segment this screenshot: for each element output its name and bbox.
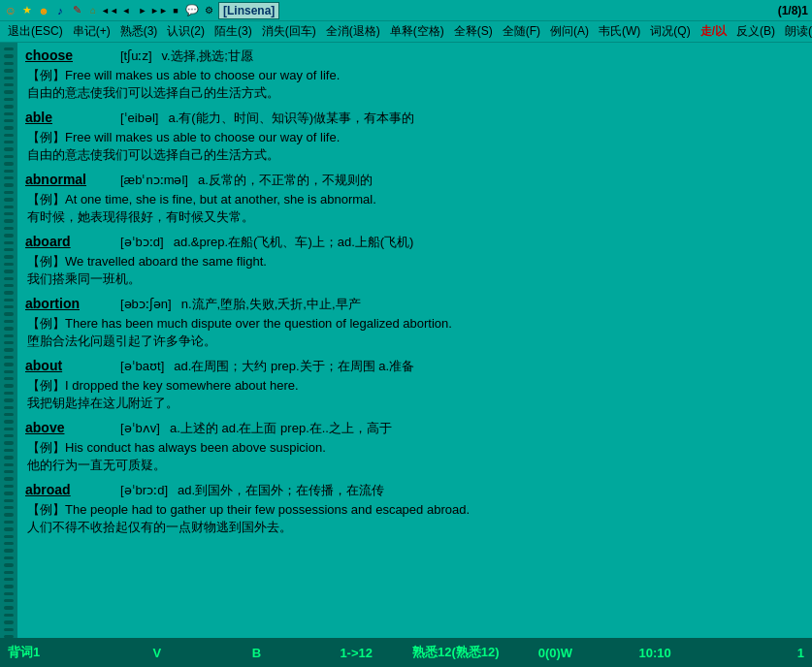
spine-mark [4, 363, 14, 365]
spine-mark [4, 227, 14, 230]
spine-mark [4, 420, 14, 423]
menu-serial[interactable]: 串记(+) [69, 22, 114, 41]
spine-mark [4, 470, 14, 473]
spine-mark [4, 98, 14, 101]
word-term-abnormal[interactable]: abnormal [25, 172, 113, 187]
word-example-abnormal-zh: 有时候，她表现得很好，有时候又失常。 [27, 208, 804, 226]
word-term-aboard[interactable]: aboard [25, 234, 113, 249]
spine-mark [4, 320, 14, 323]
spine-mark [4, 263, 14, 266]
spine-mark [4, 628, 14, 631]
main-content: choose [tʃuːz] v.选择,挑选;甘愿 【例】Free will m… [0, 43, 812, 638]
spine-mark [4, 492, 14, 494]
spine-mark [4, 356, 14, 359]
status-page: 1 [704, 646, 804, 660]
status-v: V [108, 646, 208, 660]
spine-mark [4, 255, 14, 258]
word-term-about[interactable]: about [25, 358, 113, 373]
icon-play-prev[interactable]: ◄◄ [103, 4, 116, 17]
menu-single-explain[interactable]: 单释(空格) [386, 22, 448, 41]
spine-mark [4, 248, 14, 251]
spine-mark [4, 563, 14, 566]
menu-clear-all[interactable]: 全消(退格) [322, 22, 384, 41]
word-header-above: above [əˈbʌv] a.上述的 ad.在上面 prep.在..之上，高于 [25, 420, 804, 437]
word-def-above: a.上述的 ad.在上面 prep.在..之上，高于 [170, 420, 392, 437]
word-def-abnormal: a.反常的，不正常的，不规则的 [198, 172, 373, 189]
word-term-above[interactable]: above [25, 420, 113, 435]
menu-exit[interactable]: 退出(ESC) [4, 22, 67, 41]
icon-star: ★ [20, 4, 34, 17]
word-example-aboard-zh: 我们搭乘同一班机。 [27, 270, 804, 288]
word-example-above-zh: 他的行为一直无可质疑。 [27, 457, 804, 474]
status-b: B [207, 646, 307, 660]
word-entry-abortion: abortion [əbɔːʃən] n.流产,堕胎,失败,夭折,中止,早产 【… [25, 296, 804, 350]
word-header-choose: choose [tʃuːz] v.选择,挑选;甘愿 [25, 48, 804, 65]
icon-smiley: ☺ [4, 4, 17, 17]
spine-mark [4, 62, 14, 65]
spine-mark [4, 291, 14, 294]
word-term-able[interactable]: able [25, 110, 113, 125]
word-list: choose [tʃuːz] v.选择,挑选;甘愿 【例】Free will m… [17, 43, 812, 638]
word-phonetic-able: [ˈeibəl] [120, 111, 158, 125]
menu-antonym[interactable]: 反义(B) [732, 22, 779, 41]
spine-mark [4, 413, 14, 416]
menu-disappear[interactable]: 消失(回车) [258, 22, 320, 41]
spine-mark [4, 592, 14, 595]
word-entry-abroad: abroad [əˈbrɔːd] ad.到国外，在国外；在传播，在流传 【例】T… [25, 482, 804, 536]
icon-play[interactable]: ► [136, 4, 149, 17]
menu-familiar[interactable]: 熟悉(3) [116, 22, 162, 41]
spine-mark [4, 170, 14, 173]
word-example-about-zh: 我把钥匙掉在这儿附近了。 [27, 395, 804, 412]
spine-mark [4, 83, 14, 86]
word-example-abortion-en: 【例】There has been much dispute over the … [27, 315, 804, 333]
left-spine [0, 43, 17, 638]
word-example-aboard-en: 【例】We travelled aboard the same flight. [27, 253, 804, 270]
word-example-abroad-en: 【例】The people had to gather up their few… [27, 501, 804, 519]
spine-mark [4, 126, 14, 129]
word-example-abnormal-en: 【例】At one time, she is fine, but at anot… [27, 191, 804, 208]
page-indicator: (1/8)1 [778, 4, 808, 17]
status-familiar: 熟悉12(熟悉12) [406, 644, 506, 661]
spine-mark [4, 521, 14, 524]
menu-read-aloud[interactable]: 朗读(¥) [781, 22, 812, 41]
spine-mark [4, 614, 14, 617]
word-def-abroad: ad.到国外，在国外；在传播，在流传 [178, 482, 384, 499]
spine-mark [4, 578, 14, 581]
word-phonetic-about: [əˈbaʊt] [120, 359, 164, 373]
spine-mark [4, 449, 14, 452]
spine-mark [4, 312, 14, 315]
menu-unfamiliar[interactable]: 陌生(3) [211, 22, 256, 41]
spine-mark [4, 112, 14, 115]
spine-mark [4, 299, 14, 302]
icon-play-next[interactable]: ►► [152, 4, 166, 17]
word-term-abortion[interactable]: abortion [25, 296, 113, 311]
menu-word-status[interactable]: 词况(Q) [646, 22, 694, 41]
word-term-choose[interactable]: choose [25, 48, 113, 63]
spine-mark [4, 191, 14, 194]
spine-mark [4, 463, 14, 466]
menu-example-ask[interactable]: 例问(A) [546, 22, 593, 41]
word-phonetic-abnormal: [æbˈnɔːməl] [120, 173, 188, 187]
spine-mark [4, 219, 14, 222]
menu-all-explain[interactable]: 全释(S) [450, 22, 497, 41]
spine-mark [4, 377, 14, 380]
menu-walk[interactable]: 走/以 [697, 22, 731, 41]
status-range: 1->12 [307, 646, 406, 660]
word-header-abroad: abroad [əˈbrɔːd] ad.到国外，在国外；在传播，在流传 [25, 482, 804, 499]
word-entry-choose: choose [tʃuːz] v.选择,挑选;甘愿 【例】Free will m… [25, 48, 804, 102]
spine-mark [4, 392, 14, 395]
spine-mark [4, 542, 14, 545]
menu-all-random[interactable]: 全随(F) [499, 22, 544, 41]
word-phonetic-above: [əˈbʌv] [120, 421, 160, 435]
menu-recognize[interactable]: 认识(2) [163, 22, 209, 41]
icon-settings[interactable]: ⚙ [202, 4, 215, 17]
menu-webster[interactable]: 韦氏(W) [595, 22, 644, 41]
word-def-choose: v.选择,挑选;甘愿 [162, 48, 253, 65]
word-entry-abnormal: abnormal [æbˈnɔːməl] a.反常的，不正常的，不规则的 【例】… [25, 172, 804, 226]
icon-play-back[interactable]: ◄ [119, 4, 133, 17]
word-term-abroad[interactable]: abroad [25, 482, 113, 497]
word-example-choose-en: 【例】Free will makes us able to choose our… [27, 67, 804, 84]
spine-mark [4, 327, 14, 330]
spine-mark [4, 270, 14, 272]
icon-stop[interactable]: ■ [169, 4, 182, 17]
